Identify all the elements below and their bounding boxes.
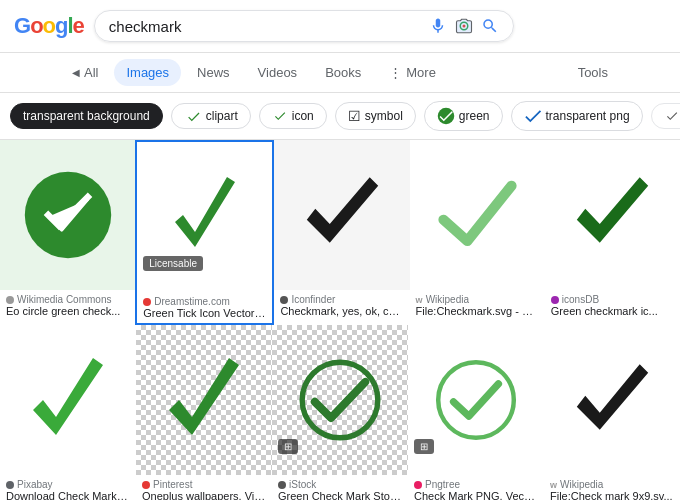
green-check-6-svg bbox=[28, 355, 108, 445]
image-meta-5: iconsDB Green checkmark ic... bbox=[545, 290, 680, 321]
extra-check-icon bbox=[664, 109, 680, 123]
image-card-1[interactable]: Wikimedia Commons Eo circle green check.… bbox=[0, 140, 135, 325]
tab-images[interactable]: Images bbox=[114, 59, 181, 86]
chip-clipart[interactable]: clipart bbox=[171, 103, 251, 129]
source-dot-7 bbox=[142, 481, 150, 489]
microphone-button[interactable] bbox=[429, 17, 447, 35]
source-dot-1 bbox=[6, 296, 14, 304]
tab-more-label: More bbox=[406, 65, 436, 80]
source-dot-5 bbox=[551, 296, 559, 304]
chip-symbol[interactable]: ☑ symbol bbox=[335, 102, 416, 130]
black-check-10-svg bbox=[570, 355, 655, 445]
image-meta-3: Iconfinder Checkmark, yes, ok, chec... bbox=[274, 290, 409, 321]
licensable-badge-9: ⊞ bbox=[414, 439, 434, 454]
image-row-2: Pixabay Download Check Mark, Tic... Pint… bbox=[0, 325, 680, 500]
image-meta-7: Pinterest Oneplus wallpapers, Viny... bbox=[136, 475, 272, 500]
google-logo: Google bbox=[14, 13, 84, 39]
green-circle-check-icon bbox=[437, 107, 455, 125]
more-dots-icon: ⋮ bbox=[389, 65, 402, 80]
clipart-check-icon bbox=[184, 109, 202, 123]
tab-books-label: Books bbox=[325, 65, 361, 80]
image-source-9: Pngtree bbox=[414, 479, 538, 490]
chip-transparent-background[interactable]: transparent background bbox=[10, 103, 163, 129]
tab-news[interactable]: News bbox=[185, 59, 242, 86]
image-title-9: Check Mark PNG, Vector, P... bbox=[414, 490, 538, 500]
icon-check-icon bbox=[272, 109, 288, 123]
search-button[interactable] bbox=[481, 17, 499, 35]
circle-check-8-svg bbox=[295, 355, 385, 445]
image-title-4: File:Checkmark.svg - Wikipedia bbox=[416, 305, 539, 317]
image-card-9[interactable]: ⊞ Pngtree Check Mark PNG, Vector, P... bbox=[408, 325, 544, 500]
chip-label: transparent background bbox=[23, 109, 150, 123]
image-source-3: Iconfinder bbox=[280, 294, 403, 305]
image-card-6[interactable]: Pixabay Download Check Mark, Tic... bbox=[0, 325, 136, 500]
image-source-6: Pixabay bbox=[6, 479, 130, 490]
source-dot-2 bbox=[143, 298, 151, 306]
tab-all[interactable]: ◀ All bbox=[60, 59, 110, 86]
tab-videos-label: Videos bbox=[258, 65, 298, 80]
image-source-5: iconsDB bbox=[551, 294, 674, 305]
chip-label: icon bbox=[292, 109, 314, 123]
tab-videos[interactable]: Videos bbox=[246, 59, 310, 86]
dark-green-check-svg bbox=[570, 173, 655, 258]
chip-extra[interactable] bbox=[651, 103, 680, 129]
chip-icon[interactable]: icon bbox=[259, 103, 327, 129]
tab-images-label: Images bbox=[126, 65, 169, 80]
image-search-button[interactable] bbox=[455, 17, 473, 35]
image-source-8: iStock bbox=[278, 479, 402, 490]
chip-label: symbol bbox=[365, 109, 403, 123]
tools-label: Tools bbox=[578, 65, 608, 80]
image-card-8[interactable]: ⊞ iStock Green Check Mark Stock Il... bbox=[272, 325, 408, 500]
camera-icon bbox=[455, 17, 473, 35]
tab-more[interactable]: ⋮ More bbox=[377, 59, 448, 86]
image-meta-10: w Wikipedia File:Check mark 9x9.sv... bbox=[544, 475, 680, 500]
search-input[interactable] bbox=[109, 18, 421, 35]
source-dot-8 bbox=[278, 481, 286, 489]
image-source-7: Pinterest bbox=[142, 479, 266, 490]
licensable-badge: Licensable bbox=[143, 256, 203, 271]
green-tick-svg bbox=[165, 172, 245, 262]
wiki-w-icon-10: w bbox=[550, 480, 557, 490]
chip-label: transparent png bbox=[546, 109, 630, 123]
image-source-2: Dreamstime.com bbox=[143, 296, 266, 307]
light-green-check-svg bbox=[435, 173, 520, 258]
green-check-7-svg bbox=[164, 355, 244, 445]
tools-button[interactable]: Tools bbox=[566, 59, 620, 86]
black-check-svg bbox=[300, 173, 385, 258]
image-card-5[interactable]: iconsDB Green checkmark ic... bbox=[545, 140, 680, 325]
image-card-3[interactable]: Iconfinder Checkmark, yes, ok, chec... bbox=[274, 140, 409, 325]
image-meta-1: Wikimedia Commons Eo circle green check.… bbox=[0, 290, 135, 321]
circle-outline-check-svg bbox=[431, 355, 521, 445]
image-thumb-7 bbox=[136, 325, 272, 475]
image-thumb-3 bbox=[274, 140, 409, 290]
image-card-2[interactable]: Licensable Dreamstime.com Green Tick Ico… bbox=[135, 140, 274, 325]
filter-chips: transparent background clipart icon ☑ sy… bbox=[0, 93, 680, 140]
image-title-8: Green Check Mark Stock Il... bbox=[278, 490, 402, 500]
chip-label: clipart bbox=[206, 109, 238, 123]
chip-transparent-png[interactable]: transparent png bbox=[511, 101, 643, 131]
svg-point-2 bbox=[438, 108, 455, 125]
image-card-10[interactable]: w Wikipedia File:Check mark 9x9.sv... bbox=[544, 325, 680, 500]
image-thumb-10 bbox=[544, 325, 680, 475]
tab-books[interactable]: Books bbox=[313, 59, 373, 86]
image-row-1: Wikimedia Commons Eo circle green check.… bbox=[0, 140, 680, 325]
tabs-bar: ◀ All Images News Videos Books ⋮ More To… bbox=[0, 53, 680, 93]
header: Google bbox=[0, 0, 680, 53]
wiki-w-icon: w bbox=[416, 295, 423, 305]
image-title-6: Download Check Mark, Tic... bbox=[6, 490, 130, 500]
image-card-7[interactable]: Pinterest Oneplus wallpapers, Viny... bbox=[136, 325, 272, 500]
image-title-3: Checkmark, yes, ok, chec... bbox=[280, 305, 403, 317]
svg-point-5 bbox=[438, 362, 514, 438]
image-card-4[interactable]: w Wikipedia File:Checkmark.svg - Wikiped… bbox=[410, 140, 545, 325]
image-meta-6: Pixabay Download Check Mark, Tic... bbox=[0, 475, 136, 500]
source-dot-9 bbox=[414, 481, 422, 489]
image-title-5: Green checkmark ic... bbox=[551, 305, 674, 317]
image-source-10: w Wikipedia bbox=[550, 479, 674, 490]
image-thumb-5 bbox=[545, 140, 680, 290]
tab-all-label: All bbox=[84, 65, 98, 80]
image-source-4: w Wikipedia bbox=[416, 294, 539, 305]
chip-green[interactable]: green bbox=[424, 101, 503, 131]
tab-news-label: News bbox=[197, 65, 230, 80]
image-title-1: Eo circle green check... bbox=[6, 305, 129, 317]
search-icons bbox=[429, 17, 499, 35]
